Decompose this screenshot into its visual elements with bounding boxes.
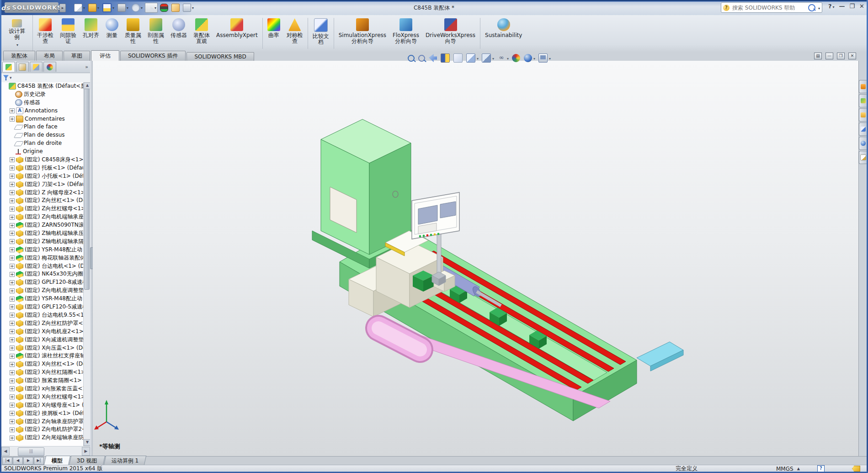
tree-item[interactable]: (固定) ZARN5090TN滚 bbox=[3, 221, 84, 229]
tree-expand-toggle[interactable] bbox=[10, 345, 15, 351]
tree-item[interactable]: (固定) X向电机座2<1> ( bbox=[3, 328, 84, 336]
tree-item[interactable]: Commentaires bbox=[3, 115, 84, 123]
tree-item[interactable]: (固定) X向丝杠螺母<1> bbox=[3, 393, 84, 401]
toolbar-button[interactable] bbox=[117, 3, 129, 13]
ribbon-button[interactable]: SimulationXpress 分析向导 bbox=[335, 17, 389, 50]
scroll-left-arrow[interactable]: ◀ bbox=[1, 447, 10, 456]
ribbon-button[interactable]: 质量属 性 bbox=[122, 17, 144, 50]
tab-scroll-button[interactable]: ▶| bbox=[34, 457, 44, 465]
design-study-button[interactable]: 设计算 例 bbox=[1, 15, 33, 52]
tree-item[interactable]: (固定) Z向丝杠防护罩<1 bbox=[3, 319, 84, 328]
tree-expand-toggle[interactable] bbox=[10, 436, 15, 441]
doc-window-button[interactable]: ❐ bbox=[837, 53, 845, 59]
tree-expand-toggle[interactable] bbox=[10, 329, 15, 334]
headsup-button[interactable] bbox=[418, 55, 426, 62]
toolbar-button[interactable] bbox=[131, 3, 144, 13]
help-button[interactable]: ? bbox=[828, 3, 835, 10]
toolbar-button[interactable] bbox=[145, 3, 158, 13]
tree-item[interactable]: (固定) Z向丝杠螺母<1> bbox=[3, 205, 84, 213]
ribbon-button[interactable]: 比较文 档 bbox=[309, 17, 332, 50]
tree-item[interactable]: (固定) 滚柱丝杠支撑座轴 bbox=[3, 352, 84, 360]
tree-expand-toggle[interactable] bbox=[10, 362, 15, 367]
tree-expand-toggle[interactable] bbox=[10, 231, 15, 236]
tree-expand-toggle[interactable] bbox=[10, 215, 15, 220]
ribbon-button[interactable]: AssemblyXpert bbox=[213, 17, 261, 50]
headsup-button[interactable]: ∞ bbox=[497, 54, 509, 62]
tree-item[interactable]: (固定) X向丝杠隔圈<1> bbox=[3, 368, 84, 377]
restore-button[interactable]: ❐ bbox=[849, 3, 855, 10]
tab-propertymanager[interactable] bbox=[16, 62, 29, 72]
tree-expand-toggle[interactable] bbox=[10, 411, 15, 416]
tree-item[interactable]: Origine bbox=[3, 148, 84, 156]
tree-item[interactable]: (固定) 接屑板<1> (Défa bbox=[3, 409, 84, 418]
headsup-button[interactable] bbox=[453, 53, 463, 63]
tree-item[interactable]: (固定) YSR-M48配止动 bbox=[3, 246, 84, 254]
scrollbar-thumb[interactable]: ||| bbox=[18, 447, 44, 456]
tree-expand-toggle[interactable] bbox=[10, 419, 15, 424]
search-icon[interactable] bbox=[808, 4, 815, 11]
toolbar-button[interactable] bbox=[73, 3, 86, 13]
tree-expand-toggle[interactable] bbox=[10, 239, 15, 244]
panel-chevron[interactable]: » bbox=[85, 64, 88, 70]
tree-item[interactable]: (固定) NK45x30无内圈 bbox=[3, 270, 84, 278]
tree-expand-toggle[interactable] bbox=[10, 157, 15, 162]
search-input[interactable] bbox=[731, 4, 806, 11]
tree-item[interactable]: Plan de face bbox=[3, 123, 84, 131]
tree-item[interactable]: (固定) X向螺母座<1> (D bbox=[3, 401, 84, 409]
task-pane-tab[interactable] bbox=[859, 108, 867, 122]
filter-icon[interactable] bbox=[3, 75, 9, 80]
document-tab[interactable]: 模型 bbox=[44, 456, 70, 465]
ribbon-button[interactable]: 装配体 直观 bbox=[190, 17, 213, 50]
toolbar-button[interactable] bbox=[182, 3, 195, 13]
tree-item[interactable]: Plan de dessus bbox=[3, 131, 84, 139]
tree-expand-toggle[interactable] bbox=[10, 198, 15, 203]
ribbon-button[interactable] bbox=[262, 18, 263, 49]
task-pane-tab[interactable] bbox=[859, 94, 867, 107]
tree-item[interactable]: (固定) Z向电机端轴承座- bbox=[3, 213, 84, 221]
end-plate[interactable] bbox=[637, 342, 683, 371]
ribbon-button[interactable]: 剖面属 性 bbox=[144, 17, 167, 50]
scroll-right-arrow[interactable]: ▶ bbox=[82, 447, 90, 456]
tree-item[interactable]: (固定) 小托板<1> (Défa bbox=[3, 172, 84, 181]
task-pane-tab[interactable] bbox=[859, 122, 867, 136]
tree-horizontal-scrollbar[interactable]: ◀ ||| ▶ bbox=[1, 446, 90, 456]
tree-expand-toggle[interactable] bbox=[10, 247, 15, 252]
tree-expand-toggle[interactable] bbox=[10, 304, 15, 309]
tree-item[interactable]: (固定) GPLF120-8减速机 bbox=[3, 278, 84, 287]
ribbon-button[interactable] bbox=[308, 18, 308, 49]
tree-expand-toggle[interactable] bbox=[10, 264, 15, 269]
command-tab[interactable]: 布局 bbox=[36, 51, 63, 61]
tree-expand-toggle[interactable] bbox=[10, 190, 15, 195]
tree-expand-toggle[interactable] bbox=[10, 378, 15, 383]
tree-expand-toggle[interactable] bbox=[10, 272, 15, 277]
tree-expand-toggle[interactable] bbox=[10, 165, 15, 170]
tree-expand-toggle[interactable] bbox=[10, 313, 15, 318]
tree-item[interactable]: C845B 装配体 (Défaut<显 bbox=[3, 82, 84, 90]
tree-item[interactable]: (固定) Z 向螺母座2<1> bbox=[3, 189, 84, 197]
tree-expand-toggle[interactable] bbox=[10, 207, 15, 212]
tree-item[interactable]: (固定) X向压盖<1> (Dé bbox=[3, 344, 84, 352]
ribbon-button[interactable]: 间隙验 证 bbox=[57, 17, 80, 50]
tree-expand-toggle[interactable] bbox=[10, 297, 15, 302]
task-pane-tab[interactable] bbox=[859, 80, 867, 93]
doc-window-button[interactable]: ✕ bbox=[848, 53, 856, 59]
command-tab[interactable]: SOLIDWORKS MBD bbox=[186, 52, 254, 61]
tree-expand-toggle[interactable] bbox=[10, 370, 15, 375]
filter-caret[interactable]: ▾ bbox=[10, 75, 12, 80]
tree-expand-toggle[interactable] bbox=[10, 321, 15, 326]
document-tab[interactable]: 运动算例 1 bbox=[103, 456, 146, 465]
tree-item[interactable]: (固定) X向减速机调整垫 bbox=[3, 336, 84, 344]
tree-item[interactable]: (固定) GPLF120-5减速机 bbox=[3, 303, 84, 311]
tree-item[interactable]: (固定) 台达电机<1> (Dé bbox=[3, 262, 84, 271]
ribbon-button[interactable]: DriveWorksXpress 向导 bbox=[422, 17, 479, 50]
tree-expand-toggle[interactable] bbox=[10, 108, 15, 113]
tree-item[interactable]: 历史记录 bbox=[3, 90, 84, 99]
tab-displaymanager[interactable] bbox=[43, 62, 56, 72]
tree-expand-toggle[interactable] bbox=[10, 403, 15, 408]
tab-configurationmanager[interactable] bbox=[30, 62, 43, 72]
ribbon-button[interactable]: Sustainability bbox=[482, 17, 525, 50]
scrollbar-track[interactable]: ||| bbox=[10, 447, 82, 455]
doc-window-button[interactable]: ▤ bbox=[814, 53, 822, 59]
belt-housing[interactable] bbox=[378, 328, 420, 350]
tree-item[interactable]: (固定) Z向尾端轴承座防 bbox=[3, 434, 84, 442]
